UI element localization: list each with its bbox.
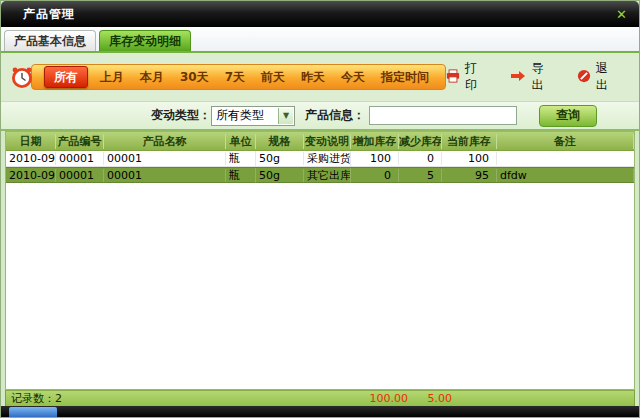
time-filter-last-month[interactable]: 上月 xyxy=(92,69,132,86)
time-filter-label: 7天 xyxy=(225,70,245,84)
export-label: 导出 xyxy=(531,60,554,94)
column-header-unit[interactable]: 单位 xyxy=(226,134,256,149)
column-header-increase[interactable]: 增加库存 xyxy=(351,134,399,149)
taskbar-edge xyxy=(1,406,639,417)
cell-unit: 瓶 xyxy=(226,151,256,166)
time-filter-yesterday[interactable]: 昨天 xyxy=(293,69,333,86)
time-filter-7-days[interactable]: 7天 xyxy=(217,69,253,86)
exit-label: 退出 xyxy=(596,60,619,94)
column-header-decrease[interactable]: 减少库存 xyxy=(399,134,442,149)
cell-unit: 瓶 xyxy=(226,168,256,183)
cell-product-name: 00001 xyxy=(104,169,226,182)
tab-label: 库存变动明细 xyxy=(109,33,181,50)
export-button[interactable]: 导出 xyxy=(510,60,554,94)
cell-increase: 100 xyxy=(351,152,399,165)
change-type-label: 变动类型： xyxy=(151,107,211,124)
clock-icon xyxy=(9,64,35,90)
cell-decrease: 5 xyxy=(399,169,442,182)
close-icon[interactable]: ✕ xyxy=(616,8,627,21)
table-row-selected[interactable]: 2010-09-03 00001 00001 瓶 50g 其它出库 0 5 95… xyxy=(6,167,634,183)
change-type-select[interactable]: 所有类型 ▼ xyxy=(211,106,295,126)
column-header-change-desc[interactable]: 变动说明 xyxy=(304,134,351,149)
no-entry-icon xyxy=(577,69,591,86)
stock-change-table: 日期 产品编号 产品名称 单位 规格 变动说明 增加库存 减少库存 当前库存 备… xyxy=(5,131,635,390)
time-filter-label: 前天 xyxy=(261,70,285,84)
table-row[interactable]: 2010-09-03 00001 00001 瓶 50g 采购进货 100 0 … xyxy=(6,151,634,167)
cell-product-no: 00001 xyxy=(56,169,104,182)
table-header-row: 日期 产品编号 产品名称 单位 规格 变动说明 增加库存 减少库存 当前库存 备… xyxy=(6,132,634,151)
title-bar: 产品管理 ✕ xyxy=(1,1,639,27)
cell-decrease: 0 xyxy=(399,152,442,165)
arrow-right-icon xyxy=(510,70,526,85)
increase-total: 100.00 xyxy=(354,392,408,405)
time-filter-label: 指定时间 xyxy=(381,70,429,84)
query-label: 查询 xyxy=(556,107,580,124)
toolbar: 所有 上月 本月 30天 7天 前天 昨天 今天 指定时间 打印 xyxy=(1,53,639,101)
cell-product-name: 00001 xyxy=(104,152,226,165)
cell-change-desc: 其它出库 xyxy=(304,168,351,183)
tab-product-basic-info[interactable]: 产品基本信息 xyxy=(4,30,96,51)
time-filter-this-month[interactable]: 本月 xyxy=(132,69,172,86)
time-filter-bar: 所有 上月 本月 30天 7天 前天 昨天 今天 指定时间 xyxy=(31,64,446,90)
time-filter-label: 本月 xyxy=(140,70,164,84)
time-filter-day-before-yesterday[interactable]: 前天 xyxy=(253,69,293,86)
column-header-product-no[interactable]: 产品编号 xyxy=(56,134,104,149)
change-type-selected-value: 所有类型 xyxy=(216,107,264,124)
cell-spec: 50g xyxy=(256,169,304,182)
print-button[interactable]: 打印 xyxy=(446,60,488,94)
time-filter-custom-range[interactable]: 指定时间 xyxy=(373,69,437,86)
column-header-date[interactable]: 日期 xyxy=(6,134,56,149)
filter-row: 变动类型： 所有类型 ▼ 产品信息： 查询 xyxy=(1,101,639,131)
time-filter-today[interactable]: 今天 xyxy=(333,69,373,86)
cell-current: 100 xyxy=(442,152,497,165)
cell-date: 2010-09-03 xyxy=(6,169,56,182)
action-buttons: 打印 导出 退出 xyxy=(446,60,631,94)
column-header-remark[interactable]: 备注 xyxy=(497,134,634,149)
cell-current: 95 xyxy=(442,169,497,182)
chevron-down-icon: ▼ xyxy=(278,108,293,124)
exit-button[interactable]: 退出 xyxy=(577,60,619,94)
product-info-label: 产品信息： xyxy=(305,107,365,124)
time-filter-label: 今天 xyxy=(341,70,365,84)
cell-spec: 50g xyxy=(256,152,304,165)
product-management-window: 产品管理 ✕ 产品基本信息 库存变动明细 所有 上月 本月 30天 7天 xyxy=(0,0,640,418)
time-filter-30-days[interactable]: 30天 xyxy=(172,69,217,86)
time-filter-label: 30天 xyxy=(180,70,209,84)
time-filter-label: 昨天 xyxy=(301,70,325,84)
time-filter-label: 所有 xyxy=(54,69,78,86)
cell-date: 2010-09-03 xyxy=(6,152,56,165)
product-info-input[interactable] xyxy=(369,106,517,125)
time-filter-label: 上月 xyxy=(100,70,124,84)
tab-strip: 产品基本信息 库存变动明细 xyxy=(1,27,639,53)
cell-increase: 0 xyxy=(351,169,399,182)
print-label: 打印 xyxy=(465,60,488,94)
column-header-current[interactable]: 当前库存 xyxy=(442,134,497,149)
column-header-product-name[interactable]: 产品名称 xyxy=(104,134,226,149)
tab-stock-change-detail[interactable]: 库存变动明细 xyxy=(99,30,191,51)
cell-product-no: 00001 xyxy=(56,152,104,165)
taskbar-item[interactable] xyxy=(9,407,57,417)
decrease-total: 5.00 xyxy=(406,392,452,405)
time-filter-all[interactable]: 所有 xyxy=(44,66,88,88)
tab-label: 产品基本信息 xyxy=(14,33,86,50)
window-title: 产品管理 xyxy=(23,6,75,23)
cell-change-desc: 采购进货 xyxy=(304,151,351,166)
column-header-spec[interactable]: 规格 xyxy=(256,134,304,149)
status-bar: 记录数： 2 100.00 5.00 xyxy=(5,390,635,407)
cell-remark: dfdw xyxy=(497,169,634,182)
printer-icon xyxy=(446,69,460,86)
record-count-value: 2 xyxy=(55,392,62,405)
record-count-label: 记录数： xyxy=(11,391,55,406)
query-button[interactable]: 查询 xyxy=(539,105,597,127)
table-empty-area xyxy=(6,183,634,389)
